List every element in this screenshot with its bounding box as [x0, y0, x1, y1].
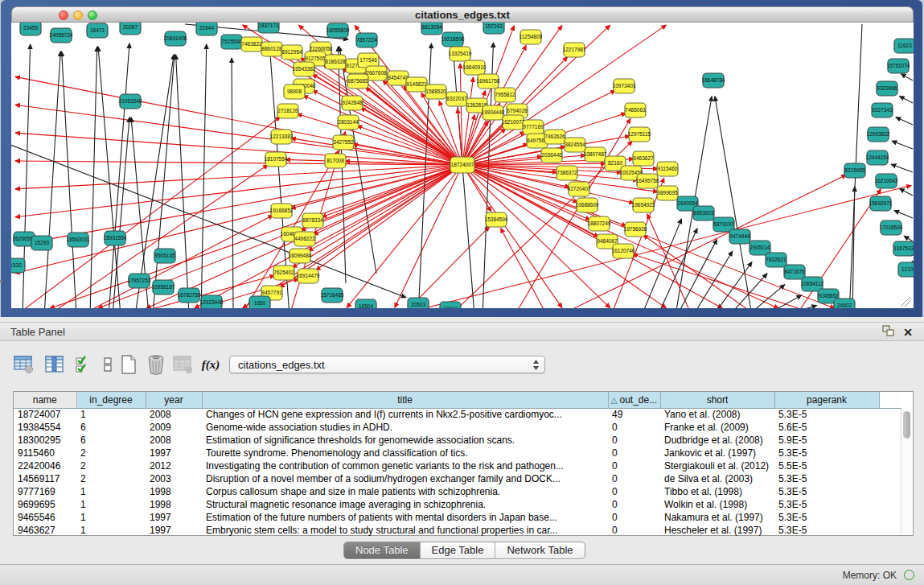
graph-node[interactable]: 16543382 [293, 62, 316, 76]
graph-node[interactable]: 18807249 [588, 216, 611, 231]
graph-node[interactable]: 11254809 [519, 30, 543, 44]
graph-node[interactable]: 9899695 [657, 186, 678, 200]
graph-node[interactable]: 15293 [31, 236, 52, 250]
table-cell[interactable]: 9115460 [14, 447, 76, 459]
graph-node[interactable]: 7386372 [556, 166, 577, 180]
table-cell[interactable]: 2 [76, 472, 146, 485]
graph-node[interactable]: 15751074 [887, 59, 910, 73]
table-cell[interactable]: Estimation of significance thresholds fo… [202, 434, 608, 447]
function-builder-icon[interactable]: f(x) [199, 353, 222, 376]
table-cell[interactable]: 0 [608, 434, 660, 447]
graph-node[interactable]: 8912954 [281, 45, 302, 60]
network-graph[interactable]: 2345524055724164712026720691406216447515… [11, 23, 914, 308]
graph-node[interactable]: 8322037 [446, 92, 467, 106]
network-window[interactable]: citations_edges.txt 23455240557241647120… [1, 0, 922, 317]
table-row[interactable]: 1456911722003Disruption of a novel membe… [14, 472, 901, 485]
graph-node[interactable]: 16495758 [636, 174, 659, 188]
table-cell[interactable]: 18724007 [14, 408, 76, 421]
graph-node[interactable]: 16961758 [477, 74, 500, 89]
table-header-row[interactable]: namein_degreeyeartitle△out_de...shortpag… [14, 392, 901, 408]
table-cell[interactable]: 5.3E-5 [774, 447, 879, 459]
graph-node[interactable]: 8860128 [261, 42, 282, 56]
table-cell[interactable]: 2008 [146, 408, 202, 421]
graph-node[interactable]: 9329966 [877, 81, 897, 96]
table-cell[interactable]: de Silva et al. (2003) [660, 472, 774, 485]
table-cell[interactable]: Investigating the contribution of common… [202, 459, 608, 472]
table-row[interactable]: 911546021997Tourette syndrome. Phenomeno… [14, 447, 901, 459]
table-cell[interactable]: 18300295 [14, 434, 76, 447]
column-header-name[interactable]: name [14, 392, 76, 408]
table-cell[interactable]: 22420046 [14, 459, 76, 472]
table-row[interactable]: 2242004622012Investigating the contribut… [14, 459, 901, 472]
graph-node[interactable]: 10807487 [584, 147, 607, 162]
checklist-icon[interactable] [72, 353, 95, 376]
column-header-title[interactable]: title [202, 392, 608, 408]
graph-node[interactable]: 24055724 [50, 28, 73, 43]
table-cell[interactable]: 5.3E-5 [774, 498, 879, 511]
graph-edge[interactable] [291, 165, 462, 208]
table-cell[interactable]: 1 [76, 408, 146, 421]
graph-node[interactable]: 9115460 [657, 162, 678, 176]
graph-node[interactable]: 19756928 [624, 222, 647, 237]
table-cell[interactable]: 5.6E-5 [774, 421, 879, 434]
table-cell[interactable]: 2 [76, 459, 146, 472]
table-row[interactable]: 1872400712008Changes of HCN gene express… [14, 408, 901, 421]
graph-node[interactable]: 1837171 [258, 23, 279, 33]
column-header-pagerank[interactable]: pagerank [774, 392, 879, 408]
table-cell[interactable]: Estimation of the future numbers of pati… [202, 511, 608, 524]
graph-node[interactable]: 1650 [249, 296, 270, 308]
graph-node[interactable]: 12217987 [563, 43, 586, 57]
graph-edge[interactable] [900, 97, 913, 103]
table-cell[interactable]: 5.3E-5 [774, 524, 879, 537]
graph-edge[interactable] [15, 105, 462, 165]
graph-edge[interactable] [693, 251, 733, 308]
graph-node[interactable]: 9505135 [154, 249, 175, 263]
table-scrollbar[interactable] [901, 409, 912, 534]
network-view-canvas[interactable]: 2345524055724164712026720691406216447515… [11, 23, 914, 308]
graph-node[interactable]: 8454749 [388, 71, 409, 85]
trash-icon[interactable] [145, 353, 167, 376]
table-cell[interactable]: Hescheler et al. (1997) [660, 524, 774, 537]
graph-node[interactable]: 157243 [483, 23, 504, 34]
table-cell[interactable]: Tibbo et al. (1998) [660, 485, 774, 498]
table-cell[interactable]: Jankovic et al. (1997) [660, 447, 774, 459]
table-cell[interactable]: Yano et al. (2008) [660, 408, 774, 421]
graph-node[interactable]: 15692971 [869, 196, 893, 211]
graph-edge[interactable] [900, 189, 913, 196]
table-cell[interactable]: Tourette syndrome. Phenomenology and cla… [202, 447, 608, 459]
table-cell[interactable]: 1 [76, 485, 146, 498]
table-cell[interactable]: 5.3E-5 [774, 485, 879, 498]
graph-node[interactable]: 9875685 [347, 74, 368, 89]
graph-node[interactable]: 7463822 [241, 37, 262, 51]
table-cell[interactable]: 5.5E-5 [774, 459, 879, 472]
table-cell[interactable]: Changes of HCN gene expression and I(f) … [202, 408, 608, 421]
graph-node[interactable]: 7857224 [356, 33, 377, 47]
graph-node[interactable]: 177546 [358, 53, 379, 68]
graph-edge[interactable] [98, 47, 121, 308]
float-panel-icon[interactable] [881, 325, 897, 340]
table-cell[interactable]: 1997 [146, 447, 202, 459]
graph-node[interactable]: 7632621 [766, 253, 786, 267]
graph-edge[interactable] [891, 164, 913, 172]
column-visibility-icon[interactable] [43, 353, 66, 376]
tab-node-table[interactable]: Node Table [344, 542, 421, 558]
column-header-in_degree[interactable]: in_degree [76, 392, 146, 408]
table-cell[interactable]: 0 [608, 472, 660, 485]
graph-edge[interactable] [892, 141, 913, 149]
graph-node[interactable]: 7515546 [221, 35, 242, 49]
table-cell[interactable]: Corpus callosum shape and size in male p… [202, 485, 608, 498]
graph-node[interactable]: 16120746 [612, 244, 635, 258]
graph-node[interactable]: 9146821 [406, 77, 427, 92]
graph-edge[interactable] [901, 74, 913, 80]
graph-node[interactable]: 8953923 [693, 206, 714, 220]
graph-node[interactable]: 18107554 [265, 152, 288, 167]
table-cell[interactable]: 5.3E-5 [774, 408, 879, 421]
column-header-out_de[interactable]: △out_de... [608, 392, 660, 408]
table-cell[interactable]: 2009 [146, 421, 202, 434]
graph-node[interactable]: 3427552 [333, 135, 354, 150]
graph-node[interactable]: 15931554 [104, 231, 127, 245]
graph-node[interactable]: 16504 [355, 299, 376, 308]
graph-node[interactable]: 42720407 [568, 182, 591, 196]
table-mode-icon[interactable] [13, 353, 35, 376]
table-cell[interactable]: 9777169 [14, 485, 76, 498]
